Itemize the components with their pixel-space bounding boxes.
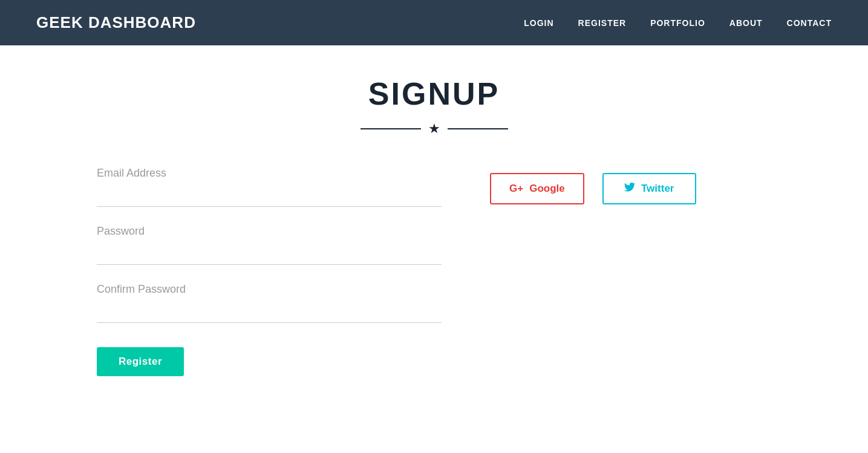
- navbar-brand[interactable]: GEEK DASHBOARD: [36, 13, 196, 32]
- password-label: Password: [97, 225, 442, 238]
- social-buttons: G+ Google Twitter: [490, 173, 771, 204]
- form-layout: Email Address Password Confirm Password …: [97, 167, 771, 376]
- twitter-icon: [624, 183, 635, 195]
- google-label: Google: [529, 183, 565, 195]
- nav-link-about[interactable]: ABOUT: [729, 18, 763, 28]
- email-group: Email Address: [97, 167, 442, 207]
- password-input[interactable]: [97, 244, 442, 265]
- twitter-label: Twitter: [641, 183, 674, 195]
- email-label: Email Address: [97, 167, 442, 180]
- email-input[interactable]: [97, 186, 442, 207]
- signup-header: SIGNUP ★: [97, 76, 771, 137]
- google-icon: G+: [509, 183, 523, 195]
- navbar-nav: LOGIN REGISTER PORTFOLIO ABOUT CONTACT: [524, 18, 832, 28]
- confirm-password-group: Confirm Password: [97, 283, 442, 323]
- twitter-login-button[interactable]: Twitter: [602, 173, 696, 204]
- nav-link-login[interactable]: LOGIN: [524, 18, 553, 28]
- confirm-password-label: Confirm Password: [97, 283, 442, 296]
- nav-item-register: REGISTER: [578, 18, 627, 28]
- navbar: GEEK DASHBOARD LOGIN REGISTER PORTFOLIO …: [0, 0, 868, 45]
- nav-item-contact: CONTACT: [787, 18, 832, 28]
- register-button[interactable]: Register: [97, 347, 184, 376]
- divider-line-left: [361, 128, 421, 129]
- nav-link-register[interactable]: REGISTER: [578, 18, 627, 28]
- divider-star: ★: [428, 121, 440, 137]
- nav-item-about: ABOUT: [729, 18, 763, 28]
- main-content: SIGNUP ★ Email Address Password Confirm …: [0, 45, 868, 406]
- form-fields: Email Address Password Confirm Password …: [97, 167, 442, 376]
- divider-line-right: [448, 128, 508, 129]
- password-group: Password: [97, 225, 442, 265]
- page-title: SIGNUP: [97, 76, 771, 112]
- nav-item-login: LOGIN: [524, 18, 553, 28]
- signup-divider: ★: [97, 121, 771, 137]
- google-login-button[interactable]: G+ Google: [490, 173, 584, 204]
- social-login-section: G+ Google Twitter: [490, 167, 771, 204]
- nav-link-portfolio[interactable]: PORTFOLIO: [650, 18, 705, 28]
- nav-link-contact[interactable]: CONTACT: [787, 18, 832, 28]
- nav-item-portfolio: PORTFOLIO: [650, 18, 705, 28]
- confirm-password-input[interactable]: [97, 302, 442, 323]
